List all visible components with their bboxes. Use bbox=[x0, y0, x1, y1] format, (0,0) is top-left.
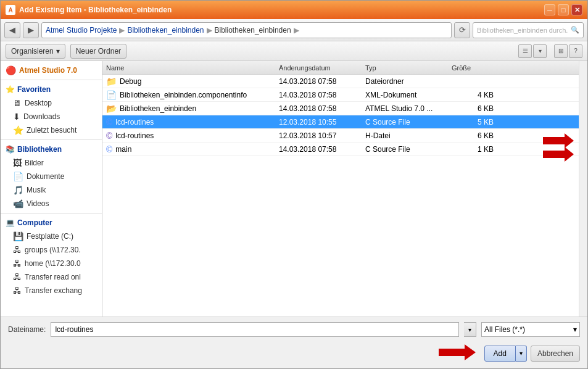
xml-icon: 📄 bbox=[106, 90, 117, 100]
file-size-lcd-h: 6 KB bbox=[448, 131, 497, 140]
refresh-button[interactable]: ⟳ bbox=[454, 22, 470, 38]
file-date-lcd-h: 12.03.2018 10:57 bbox=[275, 131, 362, 140]
file-name-lcd-h: © lcd-routines bbox=[102, 131, 275, 141]
file-date-debug: 14.03.2018 07:58 bbox=[275, 77, 362, 86]
sidebar-divider-1 bbox=[1, 80, 102, 80]
sidebar-item-music[interactable]: 🎵 Musik bbox=[1, 183, 102, 197]
videos-label: Videos bbox=[27, 199, 49, 208]
main-content: 🔴 Atmel Studio 7.0 ⭐ Favoriten 🖥 Desktop… bbox=[1, 61, 587, 317]
sidebar-item-groups[interactable]: 🖧 groups (\\172.30. bbox=[1, 243, 102, 257]
breadcrumb-item-3: Bibliotheken_einbinden bbox=[215, 26, 291, 35]
file-list[interactable]: Name Änderungsdatum Typ Größe 📁 bbox=[102, 61, 579, 317]
h-file-icon: © bbox=[106, 131, 112, 141]
groups-label: groups (\\172.30. bbox=[25, 246, 81, 254]
file-list-header: Name Änderungsdatum Typ Größe bbox=[102, 61, 579, 75]
filetype-select[interactable]: All Files (*.*) ▾ bbox=[481, 322, 580, 337]
table-row[interactable]: 📂 Bibliotheken_einbinden 14.03.2018 07:5… bbox=[102, 102, 579, 115]
file-name-main: © main bbox=[102, 144, 275, 154]
back-button[interactable]: ◀ bbox=[4, 22, 20, 38]
filename-dropdown-button[interactable]: ▾ bbox=[464, 322, 476, 337]
filetype-dropdown-icon: ▾ bbox=[573, 325, 577, 334]
sidebar-item-home[interactable]: 🖧 home (\\172.30.0 bbox=[1, 257, 102, 270]
svg-marker-2 bbox=[439, 344, 476, 360]
recent-label: Zuletzt besucht bbox=[27, 126, 77, 135]
scrollbar[interactable] bbox=[579, 61, 587, 317]
add-button-arrow bbox=[439, 344, 476, 362]
table-row[interactable]: 📁 Debug 14.03.2018 07:58 Dateiordner bbox=[102, 75, 579, 88]
table-row[interactable]: 📄 Bibliotheken_einbinden.componentinfo 1… bbox=[102, 88, 579, 102]
harddrive-label: Festplatte (C:) bbox=[27, 232, 73, 241]
file-name-componentinfo: 📄 Bibliotheken_einbinden.componentinfo bbox=[102, 90, 275, 100]
breadcrumb[interactable]: Atmel Studio Projekte ▶ Bibliotheken_ein… bbox=[41, 22, 452, 38]
sidebar-item-atmel[interactable]: 🔴 Atmel Studio 7.0 bbox=[1, 64, 102, 77]
table-row[interactable]: © lcd-routines 12.03.2018 10:55 C Source… bbox=[102, 115, 579, 129]
minimize-button[interactable]: ─ bbox=[544, 4, 555, 15]
videos-icon: 📹 bbox=[13, 199, 23, 209]
sidebar-item-desktop[interactable]: 🖥 Desktop bbox=[1, 96, 102, 110]
search-box[interactable]: Bibliotheken_einbinden durch... 🔍 bbox=[473, 22, 584, 38]
add-button[interactable]: Add bbox=[484, 346, 516, 362]
file-type-lcd-c: C Source File bbox=[362, 118, 448, 126]
file-date-componentinfo: 14.03.2018 07:58 bbox=[275, 91, 362, 99]
sidebar-item-transfer-exchange[interactable]: 🖧 Transfer exchang bbox=[1, 284, 102, 297]
folder-open-icon: 📂 bbox=[106, 104, 117, 114]
sidebar-group-libraries[interactable]: 📚 Bibliotheken bbox=[1, 143, 102, 156]
view-list-icon[interactable]: ☰ bbox=[518, 44, 532, 58]
search-placeholder: Bibliotheken_einbinden durch... bbox=[477, 27, 568, 34]
sidebar-item-pictures[interactable]: 🖼 Bilder bbox=[1, 156, 102, 170]
file-size-lcd-c: 5 KB bbox=[448, 118, 497, 126]
favorites-icon: ⭐ bbox=[6, 85, 15, 94]
forward-button[interactable]: ▶ bbox=[23, 22, 39, 38]
sidebar: 🔴 Atmel Studio 7.0 ⭐ Favoriten 🖥 Desktop… bbox=[1, 61, 102, 317]
main-c-icon: © bbox=[106, 144, 112, 154]
sidebar-item-videos[interactable]: 📹 Videos bbox=[1, 197, 102, 210]
sidebar-group-computer[interactable]: 💻 Computer bbox=[1, 216, 102, 230]
sidebar-divider-3 bbox=[1, 213, 102, 214]
documents-label: Dokumente bbox=[27, 172, 64, 181]
file-type-debug: Dateiordner bbox=[362, 77, 448, 86]
file-list-wrapper: Name Änderungsdatum Typ Größe 📁 bbox=[102, 61, 579, 317]
desktop-label: Desktop bbox=[25, 99, 52, 107]
view-details-icon[interactable]: ⊞ bbox=[554, 44, 568, 58]
folder-icon: 📁 bbox=[106, 77, 117, 86]
close-button[interactable]: ✕ bbox=[571, 4, 582, 15]
col-type-header[interactable]: Typ bbox=[362, 64, 448, 72]
file-type-bibl: ATMEL Studio 7.0 ... bbox=[362, 104, 448, 113]
col-name-header[interactable]: Name bbox=[102, 64, 275, 72]
home-icon: 🖧 bbox=[13, 259, 22, 268]
computer-label: Computer bbox=[17, 218, 52, 227]
documents-icon: 📄 bbox=[13, 172, 23, 181]
sidebar-item-downloads[interactable]: ⬇ Downloads bbox=[1, 110, 102, 123]
pictures-label: Bilder bbox=[25, 159, 44, 167]
sidebar-item-recent[interactable]: ⭐ Zuletzt besucht bbox=[1, 123, 102, 137]
cancel-button[interactable]: Abbrechen bbox=[531, 346, 580, 362]
table-row[interactable]: © main 14.03.2018 07:58 C Source File 1 … bbox=[102, 143, 579, 156]
organise-button[interactable]: Organisieren ▾ bbox=[6, 44, 65, 59]
sidebar-item-harddrive[interactable]: 💾 Festplatte (C:) bbox=[1, 230, 102, 243]
desktop-icon: 🖥 bbox=[13, 98, 22, 108]
recent-icon: ⭐ bbox=[13, 125, 23, 135]
sidebar-item-documents[interactable]: 📄 Dokumente bbox=[1, 170, 102, 183]
title-bar: A Add Existing Item - Bibliotheken_einbi… bbox=[1, 1, 587, 19]
atmel-label: Atmel Studio 7.0 bbox=[19, 66, 77, 75]
filename-input[interactable] bbox=[51, 322, 459, 337]
organise-dropdown-icon: ▾ bbox=[56, 47, 60, 56]
sidebar-item-transfer-read[interactable]: 🖧 Transfer read onl bbox=[1, 270, 102, 284]
filetype-value: All Files (*.*) bbox=[484, 325, 525, 334]
maximize-button[interactable]: □ bbox=[558, 4, 569, 15]
view-dropdown-icon[interactable]: ▾ bbox=[533, 44, 547, 58]
breadcrumb-item-2[interactable]: Bibliotheken_einbinden bbox=[127, 26, 204, 35]
atmel-icon: 🔴 bbox=[6, 65, 16, 75]
table-row[interactable]: © lcd-routines 12.03.2018 10:57 H-Datei … bbox=[102, 129, 579, 143]
transfer-exchange-icon: 🖧 bbox=[13, 286, 22, 296]
libraries-icon: 📚 bbox=[6, 145, 15, 154]
breadcrumb-item-1[interactable]: Atmel Studio Projekte bbox=[46, 26, 117, 35]
col-size-header[interactable]: Größe bbox=[448, 64, 497, 72]
help-icon[interactable]: ? bbox=[569, 44, 582, 58]
app-icon: A bbox=[6, 5, 15, 15]
file-size-bibl: 6 KB bbox=[448, 104, 497, 113]
new-folder-button[interactable]: Neuer Ordner bbox=[70, 44, 126, 59]
add-dropdown-button[interactable]: ▾ bbox=[516, 346, 527, 362]
col-date-header[interactable]: Änderungsdatum bbox=[275, 64, 362, 72]
sidebar-group-favorites[interactable]: ⭐ Favoriten bbox=[1, 83, 102, 96]
